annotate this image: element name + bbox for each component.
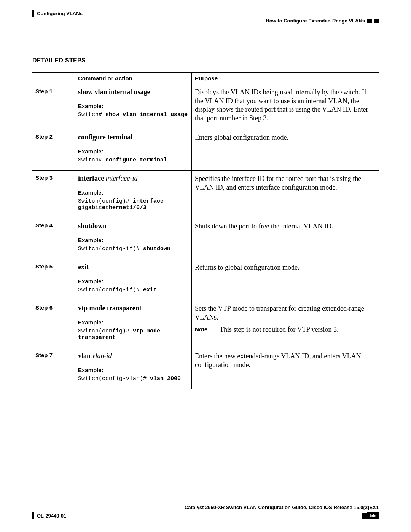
step-label: Step 6 <box>32 300 75 348</box>
steps-table: Command or Action Purpose Step 1 show vl… <box>32 72 379 389</box>
example-line: Switch(config)# vtp mode transparent <box>78 328 188 341</box>
header-bar-icon <box>32 10 34 17</box>
step-label: Step 7 <box>32 348 75 389</box>
purpose-cell: Enters global configuration mode. <box>192 129 379 171</box>
purpose-cell: Displays the VLAN IDs being used interna… <box>192 84 379 129</box>
example-label: Example: <box>78 103 188 109</box>
command-cell: vlan vlan-id Example: Switch(config-vlan… <box>75 348 192 389</box>
purpose-text: Returns to global configuration mode. <box>195 264 299 271</box>
note-block: Note This step is not required for VTP v… <box>195 325 376 334</box>
header-square-icon <box>374 19 379 23</box>
command-cell: shutdown Example: Switch(config-if)# shu… <box>75 218 192 259</box>
purpose-text: Enters the new extended-range VLAN ID, a… <box>195 352 361 369</box>
table-row: Step 5 exit Example: Switch(config-if)# … <box>32 259 379 300</box>
command-bold: vlan <box>78 352 91 359</box>
step-label: Step 3 <box>32 171 75 218</box>
header-square-icon <box>367 19 372 23</box>
col-command: Command or Action <box>75 73 192 84</box>
step-label: Step 2 <box>32 129 75 171</box>
page-footer: Catalyst 2960-XR Switch VLAN Configurati… <box>32 505 379 520</box>
example-prompt: Switch(config-vlan)# <box>78 375 150 382</box>
example-prompt: Switch# <box>78 112 105 118</box>
example-label: Example: <box>78 278 188 284</box>
header-divider <box>32 26 379 26</box>
page-number: 55 <box>367 512 379 519</box>
example-line: Switch(config-if)# shutdown <box>78 246 188 252</box>
command-bold: interface <box>78 174 104 182</box>
command-bold: configure terminal <box>78 133 132 141</box>
purpose-cell: Shuts down the port to free the internal… <box>192 218 379 259</box>
example-line: Switch# configure terminal <box>78 157 188 163</box>
col-step <box>32 73 75 84</box>
purpose-text: Specifies the interface ID for the route… <box>195 175 361 191</box>
example-label: Example: <box>78 367 188 373</box>
example-label: Example: <box>78 189 188 196</box>
example-prompt: Switch(config-if)# <box>78 287 143 293</box>
example-cmd: configure terminal <box>105 157 167 163</box>
chapter-title: Configuring VLANs <box>37 11 83 16</box>
table-row: Step 3 interface interface-id Example: S… <box>32 171 379 218</box>
command-bold: vtp mode transparent <box>78 304 142 312</box>
purpose-cell: Enters the new extended-range VLAN ID, a… <box>192 348 379 389</box>
page-header: Configuring VLANs How to Configure Exten… <box>32 10 379 17</box>
command-italic: interface-id <box>104 174 137 182</box>
note-label: Note <box>195 325 216 334</box>
purpose-text: Displays the VLAN IDs being used interna… <box>195 88 368 122</box>
table-row: Step 1 show vlan internal usage Example:… <box>32 84 379 129</box>
command-cell: vtp mode transparent Example: Switch(con… <box>75 300 192 348</box>
command-cell: exit Example: Switch(config-if)# exit <box>75 259 192 300</box>
example-cmd: vlan 2000 <box>150 375 181 382</box>
example-prompt: Switch(config)# <box>78 328 133 334</box>
table-row: Step 4 shutdown Example: Switch(config-i… <box>32 218 379 259</box>
footer-square-icon <box>362 513 367 519</box>
table-row: Step 2 configure terminal Example: Switc… <box>32 129 379 171</box>
command-bold: exit <box>78 263 89 271</box>
command-bold: show vlan internal usage <box>78 88 150 96</box>
example-label: Example: <box>78 148 188 155</box>
example-prompt: Switch# <box>78 157 105 163</box>
table-header-row: Command or Action Purpose <box>32 73 379 84</box>
example-line: Switch(config-if)# exit <box>78 287 188 293</box>
col-purpose: Purpose <box>192 73 379 84</box>
command-italic: vlan-id <box>91 352 112 359</box>
example-label: Example: <box>78 237 188 243</box>
command-cell: configure terminal Example: Switch# conf… <box>75 129 192 171</box>
purpose-text: Sets the VTP mode to transparent for cre… <box>195 305 364 321</box>
example-cmd: exit <box>143 287 157 293</box>
example-cmd: show vlan internal usage <box>105 112 188 118</box>
footer-bar-icon <box>32 512 34 519</box>
purpose-cell: Returns to global configuration mode. <box>192 259 379 300</box>
example-line: Switch(config)# interface gigabitetherne… <box>78 198 188 211</box>
step-label: Step 4 <box>32 218 75 259</box>
purpose-cell: Sets the VTP mode to transparent for cre… <box>192 300 379 348</box>
step-label: Step 1 <box>32 84 75 129</box>
example-label: Example: <box>78 319 188 326</box>
example-prompt: Switch(config-if)# <box>78 246 143 252</box>
table-row: Step 7 vlan vlan-id Example: Switch(conf… <box>32 348 379 389</box>
example-prompt: Switch(config)# <box>78 198 133 204</box>
table-row: Step 6 vtp mode transparent Example: Swi… <box>32 300 379 348</box>
note-text: This step is not required for VTP versio… <box>220 325 376 334</box>
footer-book-title: Catalyst 2960-XR Switch VLAN Configurati… <box>32 505 379 510</box>
command-cell: interface interface-id Example: Switch(c… <box>75 171 192 218</box>
purpose-cell: Specifies the interface ID for the route… <box>192 171 379 218</box>
example-line: Switch# show vlan internal usage <box>78 112 188 118</box>
purpose-text: Shuts down the port to free the internal… <box>195 222 333 230</box>
example-cmd: shutdown <box>143 246 170 252</box>
step-label: Step 5 <box>32 259 75 300</box>
example-line: Switch(config-vlan)# vlan 2000 <box>78 375 188 382</box>
command-bold: shutdown <box>78 222 107 230</box>
purpose-text: Enters global configuration mode. <box>195 134 288 141</box>
section-title: DETAILED STEPS <box>32 57 86 64</box>
command-cell: show vlan internal usage Example: Switch… <box>75 84 192 129</box>
footer-docnum: OL-29440-01 <box>37 513 66 519</box>
topic-title: How to Configure Extended-Range VLANs <box>266 18 365 24</box>
